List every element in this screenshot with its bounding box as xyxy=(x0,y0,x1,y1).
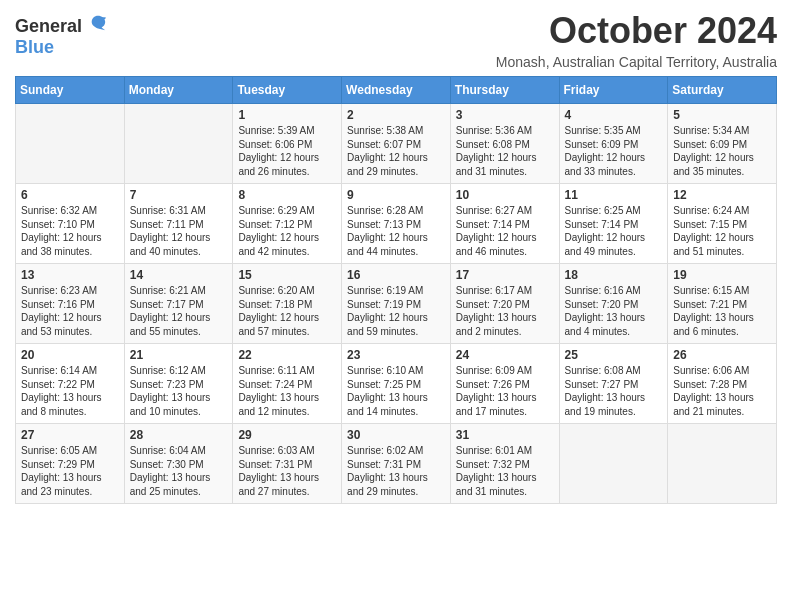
day-info-12: Sunrise: 6:24 AM Sunset: 7:15 PM Dayligh… xyxy=(673,204,771,258)
day-number-22: 22 xyxy=(238,348,336,362)
calendar-day-30: 30Sunrise: 6:02 AM Sunset: 7:31 PM Dayli… xyxy=(342,424,451,504)
calendar-week-5: 27Sunrise: 6:05 AM Sunset: 7:29 PM Dayli… xyxy=(16,424,777,504)
day-number-15: 15 xyxy=(238,268,336,282)
day-number-3: 3 xyxy=(456,108,554,122)
calendar-empty-cell xyxy=(124,104,233,184)
day-info-17: Sunrise: 6:17 AM Sunset: 7:20 PM Dayligh… xyxy=(456,284,554,338)
calendar-day-6: 6Sunrise: 6:32 AM Sunset: 7:10 PM Daylig… xyxy=(16,184,125,264)
day-number-28: 28 xyxy=(130,428,228,442)
day-info-26: Sunrise: 6:06 AM Sunset: 7:28 PM Dayligh… xyxy=(673,364,771,418)
calendar-day-31: 31Sunrise: 6:01 AM Sunset: 7:32 PM Dayli… xyxy=(450,424,559,504)
calendar-empty-cell xyxy=(668,424,777,504)
logo-blue: Blue xyxy=(15,37,54,57)
day-info-2: Sunrise: 5:38 AM Sunset: 6:07 PM Dayligh… xyxy=(347,124,445,178)
calendar-day-23: 23Sunrise: 6:10 AM Sunset: 7:25 PM Dayli… xyxy=(342,344,451,424)
day-info-19: Sunrise: 6:15 AM Sunset: 7:21 PM Dayligh… xyxy=(673,284,771,338)
calendar-day-24: 24Sunrise: 6:09 AM Sunset: 7:26 PM Dayli… xyxy=(450,344,559,424)
day-number-20: 20 xyxy=(21,348,119,362)
calendar-week-1: 1Sunrise: 5:39 AM Sunset: 6:06 PM Daylig… xyxy=(16,104,777,184)
calendar-day-11: 11Sunrise: 6:25 AM Sunset: 7:14 PM Dayli… xyxy=(559,184,668,264)
calendar-day-7: 7Sunrise: 6:31 AM Sunset: 7:11 PM Daylig… xyxy=(124,184,233,264)
day-info-16: Sunrise: 6:19 AM Sunset: 7:19 PM Dayligh… xyxy=(347,284,445,338)
day-info-20: Sunrise: 6:14 AM Sunset: 7:22 PM Dayligh… xyxy=(21,364,119,418)
day-number-4: 4 xyxy=(565,108,663,122)
title-section: October 2024 Monash, Australian Capital … xyxy=(496,10,777,70)
day-number-12: 12 xyxy=(673,188,771,202)
calendar-day-2: 2Sunrise: 5:38 AM Sunset: 6:07 PM Daylig… xyxy=(342,104,451,184)
day-info-23: Sunrise: 6:10 AM Sunset: 7:25 PM Dayligh… xyxy=(347,364,445,418)
calendar-day-3: 3Sunrise: 5:36 AM Sunset: 6:08 PM Daylig… xyxy=(450,104,559,184)
day-number-10: 10 xyxy=(456,188,554,202)
day-number-18: 18 xyxy=(565,268,663,282)
day-info-10: Sunrise: 6:27 AM Sunset: 7:14 PM Dayligh… xyxy=(456,204,554,258)
day-info-5: Sunrise: 5:34 AM Sunset: 6:09 PM Dayligh… xyxy=(673,124,771,178)
header-friday: Friday xyxy=(559,77,668,104)
day-info-30: Sunrise: 6:02 AM Sunset: 7:31 PM Dayligh… xyxy=(347,444,445,498)
day-number-23: 23 xyxy=(347,348,445,362)
day-info-18: Sunrise: 6:16 AM Sunset: 7:20 PM Dayligh… xyxy=(565,284,663,338)
location-subtitle: Monash, Australian Capital Territory, Au… xyxy=(496,54,777,70)
day-info-31: Sunrise: 6:01 AM Sunset: 7:32 PM Dayligh… xyxy=(456,444,554,498)
calendar-empty-cell xyxy=(16,104,125,184)
header-monday: Monday xyxy=(124,77,233,104)
logo-bird-icon xyxy=(89,14,107,32)
calendar-day-26: 26Sunrise: 6:06 AM Sunset: 7:28 PM Dayli… xyxy=(668,344,777,424)
calendar-day-15: 15Sunrise: 6:20 AM Sunset: 7:18 PM Dayli… xyxy=(233,264,342,344)
logo: General Blue xyxy=(15,14,107,58)
calendar-day-10: 10Sunrise: 6:27 AM Sunset: 7:14 PM Dayli… xyxy=(450,184,559,264)
day-info-21: Sunrise: 6:12 AM Sunset: 7:23 PM Dayligh… xyxy=(130,364,228,418)
day-number-2: 2 xyxy=(347,108,445,122)
calendar-day-21: 21Sunrise: 6:12 AM Sunset: 7:23 PM Dayli… xyxy=(124,344,233,424)
day-number-17: 17 xyxy=(456,268,554,282)
day-number-21: 21 xyxy=(130,348,228,362)
header-saturday: Saturday xyxy=(668,77,777,104)
day-info-29: Sunrise: 6:03 AM Sunset: 7:31 PM Dayligh… xyxy=(238,444,336,498)
header-sunday: Sunday xyxy=(16,77,125,104)
calendar-day-28: 28Sunrise: 6:04 AM Sunset: 7:30 PM Dayli… xyxy=(124,424,233,504)
day-number-16: 16 xyxy=(347,268,445,282)
day-number-5: 5 xyxy=(673,108,771,122)
calendar-day-25: 25Sunrise: 6:08 AM Sunset: 7:27 PM Dayli… xyxy=(559,344,668,424)
day-number-27: 27 xyxy=(21,428,119,442)
day-number-25: 25 xyxy=(565,348,663,362)
day-info-9: Sunrise: 6:28 AM Sunset: 7:13 PM Dayligh… xyxy=(347,204,445,258)
day-info-11: Sunrise: 6:25 AM Sunset: 7:14 PM Dayligh… xyxy=(565,204,663,258)
page-header: General Blue October 2024 Monash, Austra… xyxy=(15,10,777,70)
calendar-day-27: 27Sunrise: 6:05 AM Sunset: 7:29 PM Dayli… xyxy=(16,424,125,504)
day-info-6: Sunrise: 6:32 AM Sunset: 7:10 PM Dayligh… xyxy=(21,204,119,258)
calendar-day-5: 5Sunrise: 5:34 AM Sunset: 6:09 PM Daylig… xyxy=(668,104,777,184)
calendar-day-16: 16Sunrise: 6:19 AM Sunset: 7:19 PM Dayli… xyxy=(342,264,451,344)
calendar-day-29: 29Sunrise: 6:03 AM Sunset: 7:31 PM Dayli… xyxy=(233,424,342,504)
calendar-day-19: 19Sunrise: 6:15 AM Sunset: 7:21 PM Dayli… xyxy=(668,264,777,344)
calendar-day-9: 9Sunrise: 6:28 AM Sunset: 7:13 PM Daylig… xyxy=(342,184,451,264)
month-title: October 2024 xyxy=(496,10,777,52)
day-number-14: 14 xyxy=(130,268,228,282)
day-number-31: 31 xyxy=(456,428,554,442)
calendar-table: SundayMondayTuesdayWednesdayThursdayFrid… xyxy=(15,76,777,504)
calendar-day-22: 22Sunrise: 6:11 AM Sunset: 7:24 PM Dayli… xyxy=(233,344,342,424)
day-info-1: Sunrise: 5:39 AM Sunset: 6:06 PM Dayligh… xyxy=(238,124,336,178)
calendar-header-row: SundayMondayTuesdayWednesdayThursdayFrid… xyxy=(16,77,777,104)
day-number-7: 7 xyxy=(130,188,228,202)
day-number-8: 8 xyxy=(238,188,336,202)
calendar-day-8: 8Sunrise: 6:29 AM Sunset: 7:12 PM Daylig… xyxy=(233,184,342,264)
calendar-day-18: 18Sunrise: 6:16 AM Sunset: 7:20 PM Dayli… xyxy=(559,264,668,344)
day-number-24: 24 xyxy=(456,348,554,362)
calendar-week-4: 20Sunrise: 6:14 AM Sunset: 7:22 PM Dayli… xyxy=(16,344,777,424)
day-info-22: Sunrise: 6:11 AM Sunset: 7:24 PM Dayligh… xyxy=(238,364,336,418)
day-info-24: Sunrise: 6:09 AM Sunset: 7:26 PM Dayligh… xyxy=(456,364,554,418)
day-info-3: Sunrise: 5:36 AM Sunset: 6:08 PM Dayligh… xyxy=(456,124,554,178)
day-info-7: Sunrise: 6:31 AM Sunset: 7:11 PM Dayligh… xyxy=(130,204,228,258)
day-number-29: 29 xyxy=(238,428,336,442)
calendar-week-3: 13Sunrise: 6:23 AM Sunset: 7:16 PM Dayli… xyxy=(16,264,777,344)
day-number-30: 30 xyxy=(347,428,445,442)
header-thursday: Thursday xyxy=(450,77,559,104)
day-info-14: Sunrise: 6:21 AM Sunset: 7:17 PM Dayligh… xyxy=(130,284,228,338)
day-number-9: 9 xyxy=(347,188,445,202)
day-info-25: Sunrise: 6:08 AM Sunset: 7:27 PM Dayligh… xyxy=(565,364,663,418)
day-info-13: Sunrise: 6:23 AM Sunset: 7:16 PM Dayligh… xyxy=(21,284,119,338)
day-number-26: 26 xyxy=(673,348,771,362)
calendar-day-1: 1Sunrise: 5:39 AM Sunset: 6:06 PM Daylig… xyxy=(233,104,342,184)
calendar-day-12: 12Sunrise: 6:24 AM Sunset: 7:15 PM Dayli… xyxy=(668,184,777,264)
calendar-week-2: 6Sunrise: 6:32 AM Sunset: 7:10 PM Daylig… xyxy=(16,184,777,264)
